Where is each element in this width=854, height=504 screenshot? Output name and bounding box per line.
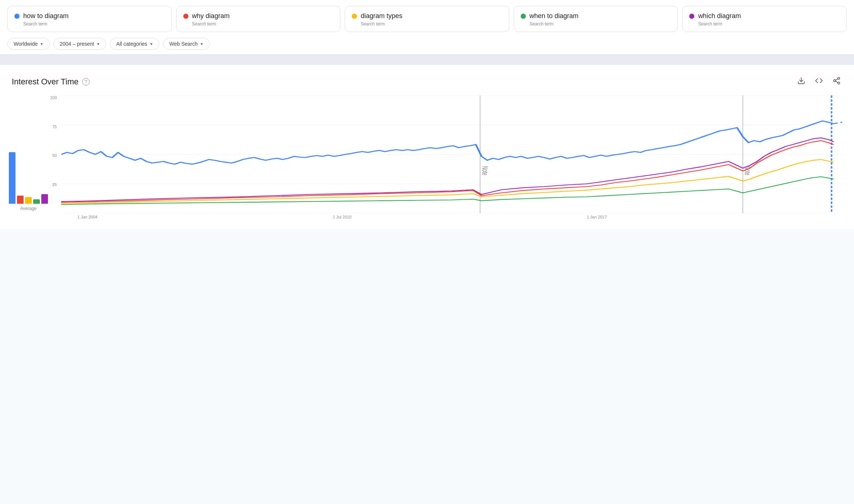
avg-label: Average [20,206,37,211]
search-term-card-how-to-diagram[interactable]: how to diagram Search term [7,6,172,32]
avg-bar-section: Average [12,145,45,219]
line-why-diagram [61,141,834,202]
chart-canvas-area: Note Note [61,95,842,219]
filter-location[interactable]: Worldwide ▼ [7,38,50,50]
line-how-to-diagram-dotted [834,122,842,124]
embed-button[interactable] [813,75,825,88]
x-label-2004: 1 Jan 2004 [77,215,97,219]
svg-text:Note: Note [480,166,489,175]
help-icon[interactable]: ? [82,78,90,85]
search-term-sub-how-to-diagram: Search term [23,21,165,27]
share-button[interactable] [831,75,842,88]
chevron-down-icon: ▼ [149,42,153,46]
y-label-50: 50 [45,153,60,158]
filter-type-label: Web Search [169,41,198,47]
filter-period[interactable]: 2004 – present ▼ [53,38,106,50]
search-term-card-why-diagram[interactable]: why diagram Search term [176,6,341,32]
search-term-sub-why-diagram: Search term [192,21,334,27]
line-how-to-diagram [61,121,834,164]
dot-how-to-diagram [14,14,20,19]
x-label-2010: 1 Jul 2010 [333,215,352,219]
line-chart-wrapper: 100 75 50 25 Note [45,95,842,219]
y-label-75: 75 [45,125,60,129]
svg-line-4 [836,81,838,83]
filters-row: Worldwide ▼ 2004 – present ▼ All categor… [7,38,847,50]
search-term-sub-which-diagram: Search term [698,21,840,27]
download-button[interactable] [796,75,807,88]
filter-type[interactable]: Web Search ▼ [163,38,210,50]
top-section: how to diagram Search term why diagram S… [0,0,854,55]
dot-diagram-types [352,14,357,19]
y-axis: 100 75 50 25 [45,95,60,211]
dot-which-diagram [689,14,694,19]
search-term-card-diagram-types[interactable]: diagram types Search term [345,6,509,32]
y-label-100: 100 [45,95,60,100]
chart-actions [796,75,842,88]
search-term-label-when-to-diagram: when to diagram [530,12,579,20]
chevron-down-icon: ▼ [200,42,204,46]
filter-location-label: Worldwide [14,41,38,47]
filter-period-label: 2004 – present [60,41,94,47]
separator-band [0,55,854,65]
filter-category[interactable]: All categories ▼ [110,38,159,50]
x-label-2017: 1 Jan 2017 [587,215,607,219]
search-term-sub-diagram-types: Search term [361,21,502,27]
chart-area: Average 100 75 50 25 [12,95,842,219]
search-term-label-why-diagram: why diagram [192,12,230,20]
search-terms-row: how to diagram Search term why diagram S… [7,6,847,32]
chevron-down-icon: ▼ [96,42,100,46]
y-label-25: 25 [45,182,60,187]
x-axis-labels: 1 Jan 2004 1 Jul 2010 1 Jan 2017 [77,213,842,219]
avg-bars [9,145,48,204]
dot-when-to-diagram [521,14,526,19]
chart-header: Interest Over Time ? [12,75,842,88]
dot-why-diagram [183,14,188,19]
search-term-card-which-diagram[interactable]: which diagram Search term [682,6,847,32]
avg-bar-blue [9,152,15,204]
line-chart-svg: Note Note [61,95,842,213]
avg-bar-yellow [25,197,32,204]
line-diagram-types [61,160,834,203]
search-term-label-which-diagram: which diagram [698,12,741,20]
svg-line-5 [836,79,838,80]
search-term-label-diagram-types: diagram types [361,12,402,20]
search-term-label-how-to-diagram: how to diagram [23,12,69,20]
avg-bar-red [17,196,24,204]
chevron-down-icon: ▼ [40,42,44,46]
search-term-sub-when-to-diagram: Search term [530,21,671,27]
chart-section: Interest Over Time ? Average [0,65,854,230]
avg-bar-green [33,199,40,204]
chart-title: Interest Over Time [12,77,79,87]
filter-category-label: All categories [116,41,147,47]
search-term-card-when-to-diagram[interactable]: when to diagram Search term [514,6,678,32]
